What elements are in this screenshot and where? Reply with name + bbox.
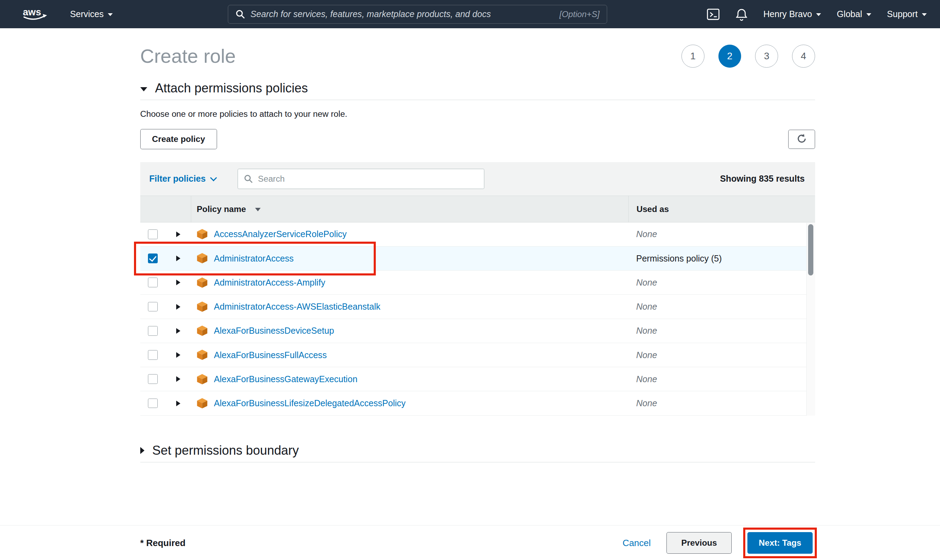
policy-name-link[interactable]: AccessAnalyzerServiceRolePolicy <box>214 229 347 239</box>
row-used-as-cell: None <box>629 319 815 343</box>
services-label: Services <box>70 9 104 19</box>
expand-row-icon[interactable] <box>176 280 180 285</box>
managed-policy-icon <box>196 349 208 360</box>
row-policy-name-cell: AdministratorAccess-AWSElasticBeanstalk <box>191 295 629 318</box>
table-actions-row: Create policy <box>140 129 815 149</box>
policy-search-input[interactable]: Search <box>237 169 484 189</box>
chevron-down-icon <box>210 174 217 181</box>
policy-name-link[interactable]: AlexaForBusinessFullAccess <box>214 350 327 360</box>
table-row[interactable]: AlexaForBusinessDeviceSetup None <box>140 319 815 343</box>
table-row[interactable]: AlexaForBusinessLifesizeDelegatedAccessP… <box>140 391 815 415</box>
table-row[interactable]: AccessAnalyzerServiceRolePolicy None <box>140 223 815 246</box>
policy-name-link[interactable]: AlexaForBusinessLifesizeDelegatedAccessP… <box>214 398 406 408</box>
row-expand-cell <box>165 367 191 391</box>
refresh-button[interactable] <box>788 130 815 149</box>
services-menu[interactable]: Services <box>70 9 113 19</box>
previous-button[interactable]: Previous <box>666 532 732 553</box>
navbar-search-input[interactable]: Search for services, features, marketpla… <box>228 5 607 24</box>
header-expand-column <box>165 196 191 222</box>
scrollbar-thumb[interactable] <box>808 224 814 275</box>
support-menu[interactable]: Support <box>887 9 927 19</box>
search-icon <box>244 174 253 183</box>
permissions-boundary-section-toggle[interactable]: Set permissions boundary <box>140 443 815 458</box>
create-policy-button[interactable]: Create policy <box>140 129 217 149</box>
used-as-value: None <box>636 229 657 239</box>
search-icon <box>236 9 245 19</box>
row-used-as-cell: None <box>629 295 815 318</box>
filter-policies-dropdown[interactable]: Filter policies <box>149 174 216 184</box>
table-row[interactable]: AlexaForBusinessGatewayExecution None <box>140 367 815 391</box>
table-row[interactable]: AlexaForBusinessFullAccess None <box>140 343 815 367</box>
row-checkbox-cell <box>140 295 166 318</box>
policy-checkbox[interactable] <box>148 254 158 263</box>
notifications-bell-button[interactable] <box>735 8 748 21</box>
policy-checkbox[interactable] <box>148 229 158 239</box>
expand-row-icon[interactable] <box>176 304 180 310</box>
row-checkbox-cell <box>140 343 166 367</box>
region-label: Global <box>837 9 862 19</box>
row-expand-cell <box>165 223 191 246</box>
row-policy-name-cell: AlexaForBusinessFullAccess <box>191 343 629 367</box>
step-circle-3[interactable]: 3 <box>755 45 778 68</box>
managed-policy-icon <box>196 398 208 409</box>
policy-table-body: AccessAnalyzerServiceRolePolicy None Adm… <box>140 223 815 415</box>
aws-logo[interactable]: aws <box>22 6 49 22</box>
policy-checkbox[interactable] <box>148 374 158 384</box>
expand-row-icon[interactable] <box>176 376 180 382</box>
step-circle-4[interactable]: 4 <box>792 45 815 68</box>
cancel-link[interactable]: Cancel <box>623 538 651 549</box>
next-tags-button[interactable]: Next: Tags <box>747 532 812 553</box>
footer-actions: Cancel Previous Next: Tags <box>623 532 813 553</box>
chevron-down-icon <box>816 13 821 16</box>
row-expand-cell <box>165 271 191 294</box>
used-as-value: None <box>636 278 657 288</box>
expand-row-icon[interactable] <box>176 352 180 358</box>
table-row[interactable]: AdministratorAccess Permissions policy (… <box>140 246 815 271</box>
navbar-right-cluster: Henry Bravo Global Support <box>707 8 930 21</box>
region-menu[interactable]: Global <box>837 9 871 19</box>
policy-checkbox[interactable] <box>148 302 158 312</box>
table-row[interactable]: AdministratorAccess-AWSElasticBeanstalk … <box>140 295 815 319</box>
page-header: Create role 1234 <box>140 28 815 68</box>
policy-name-link[interactable]: AlexaForBusinessGatewayExecution <box>214 374 357 384</box>
expand-row-icon[interactable] <box>176 255 180 261</box>
policy-search-placeholder: Search <box>258 174 285 184</box>
account-menu[interactable]: Henry Bravo <box>763 9 821 19</box>
sort-descending-icon <box>255 208 260 211</box>
expand-row-icon[interactable] <box>176 401 180 406</box>
policy-checkbox[interactable] <box>148 350 158 360</box>
required-note: * Required <box>140 538 186 549</box>
cloudshell-terminal-icon <box>707 8 720 21</box>
row-used-as-cell: None <box>629 223 815 246</box>
row-expand-cell <box>165 246 191 270</box>
expand-row-icon[interactable] <box>176 232 180 237</box>
policy-name-link[interactable]: AdministratorAccess <box>214 254 294 264</box>
policy-checkbox[interactable] <box>148 278 158 287</box>
policy-name-link[interactable]: AdministratorAccess-Amplify <box>214 278 325 288</box>
main-content: Create role 1234 Attach permissions poli… <box>140 28 815 462</box>
policy-name-column-label: Policy name <box>197 204 246 214</box>
expand-row-icon[interactable] <box>176 328 180 334</box>
used-as-value: Permissions policy (5) <box>636 254 721 264</box>
policy-checkbox[interactable] <box>148 398 158 408</box>
column-header-used-as[interactable]: Used as <box>629 196 815 222</box>
managed-policy-icon <box>196 325 208 336</box>
row-used-as-cell: None <box>629 367 815 391</box>
row-policy-name-cell: AdministratorAccess-Amplify <box>191 271 629 294</box>
step-circle-2[interactable]: 2 <box>718 45 741 68</box>
policy-name-link[interactable]: AlexaForBusinessDeviceSetup <box>214 326 334 336</box>
row-checkbox-cell <box>140 367 166 391</box>
table-scrollbar[interactable] <box>806 223 815 415</box>
row-expand-cell <box>165 343 191 367</box>
step-circle-1[interactable]: 1 <box>681 45 704 68</box>
row-used-as-cell: None <box>629 391 815 415</box>
cloudshell-button[interactable] <box>707 8 720 21</box>
row-used-as-cell: None <box>629 271 815 294</box>
column-header-policy-name[interactable]: Policy name <box>191 196 629 222</box>
attach-policies-section-toggle[interactable]: Attach permissions policies <box>140 81 815 95</box>
section-divider <box>140 462 815 462</box>
table-row[interactable]: AdministratorAccess-Amplify None <box>140 271 815 295</box>
policy-checkbox[interactable] <box>148 326 158 336</box>
policy-name-link[interactable]: AdministratorAccess-AWSElasticBeanstalk <box>214 302 380 312</box>
row-policy-name-cell: AlexaForBusinessLifesizeDelegatedAccessP… <box>191 391 629 415</box>
